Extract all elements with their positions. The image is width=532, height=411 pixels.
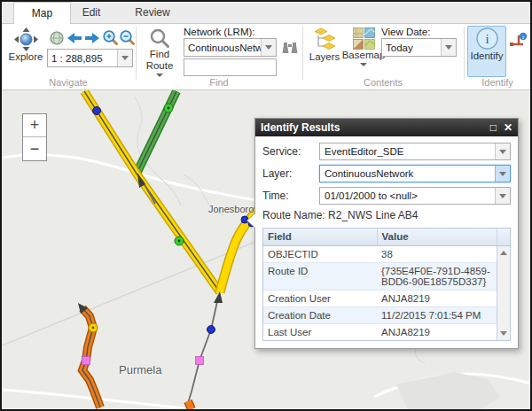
marker-blue-dot[interactable] — [207, 326, 215, 334]
route-green[interactable] — [137, 91, 176, 174]
globe-icon — [50, 31, 64, 45]
marker-green-dot[interactable] — [164, 104, 173, 112]
view-date-combobox[interactable]: Today — [381, 38, 457, 57]
group-separator — [302, 27, 303, 80]
map-label-purmela: Purmela — [119, 363, 161, 376]
zoom-in-tool-button[interactable] — [101, 28, 118, 45]
chevron-down-icon — [121, 56, 129, 60]
next-extent-button[interactable] — [83, 29, 100, 46]
route-gray[interactable] — [188, 291, 223, 409]
chevron-down-icon — [499, 150, 506, 154]
previous-extent-button[interactable] — [66, 29, 82, 46]
close-icon[interactable]: ✕ — [504, 119, 512, 136]
identify-results-title: Identify Results — [261, 121, 483, 134]
find-route-magnifier-icon — [149, 27, 170, 49]
svg-text:i: i — [522, 34, 524, 41]
scroll-down-icon[interactable] — [497, 328, 510, 339]
table-row[interactable]: OBJECTID 38 — [263, 245, 510, 262]
scale-dropdown-button[interactable] — [117, 50, 132, 66]
network-dropdown-button[interactable] — [261, 39, 276, 56]
table-row[interactable]: Creation Date 11/2/2015 7:01:54 PM — [263, 306, 510, 323]
layer-dropdown-button[interactable] — [495, 166, 510, 182]
table-scrollbar[interactable] — [497, 246, 510, 340]
network-combobox[interactable]: ContinuousNetwork — [184, 38, 277, 57]
scroll-up-icon[interactable] — [497, 247, 510, 259]
layers-button[interactable]: Layers — [307, 27, 342, 76]
chevron-down-icon — [499, 172, 506, 176]
identify-results-panel: Identify Results □ ✕ Service: EventEdito… — [254, 118, 519, 349]
identify-route-icon: i — [509, 32, 528, 50]
marker-green-dot[interactable] — [175, 237, 184, 245]
map-zoom-in-button[interactable]: + — [23, 114, 46, 137]
full-extent-button[interactable] — [48, 29, 65, 46]
field-column-header[interactable]: Field — [263, 229, 377, 245]
time-dropdown-button[interactable] — [495, 188, 510, 204]
route-yellow[interactable] — [84, 91, 220, 292]
chevron-down-icon — [265, 45, 272, 50]
route-name-value: R2_NWS Line AB4 — [328, 209, 418, 221]
table-row[interactable]: Last User ANJA8219 — [263, 323, 510, 340]
marker-blue-dot[interactable] — [93, 107, 101, 115]
attribute-table: Field Value OBJECTID 38 Route ID — [262, 228, 511, 341]
maximize-icon[interactable]: □ — [490, 119, 497, 136]
binoculars-icon — [281, 41, 299, 55]
layers-icon — [312, 27, 337, 51]
route-input[interactable] — [184, 58, 277, 76]
find-group-label: Find — [137, 77, 301, 88]
explore-button[interactable]: Explore — [5, 27, 46, 74]
basemap-railroad — [2, 226, 294, 345]
map-canvas[interactable]: Jonesboro Purmela + − Identify Results □… — [2, 90, 530, 409]
service-combobox[interactable]: EventEditor_SDE — [319, 143, 511, 160]
forward-arrow-icon — [84, 32, 100, 44]
tab-map[interactable]: Map — [13, 2, 71, 25]
basemap-area — [396, 372, 500, 409]
scale-combobox[interactable]: 1 : 288,895 — [47, 49, 133, 67]
network-lrm-label: Network (LRM): — [184, 27, 255, 37]
table-row[interactable]: Creation User ANJA8219 — [263, 290, 510, 306]
marker-yellow-dot[interactable] — [89, 323, 98, 332]
app-window: Map Edit Review Explore — [0, 0, 532, 411]
view-date-dropdown-button[interactable] — [441, 39, 456, 56]
service-dropdown-button[interactable] — [495, 143, 510, 159]
group-separator — [136, 27, 137, 80]
svg-text:i: i — [485, 32, 489, 46]
marker-pink-square[interactable] — [196, 357, 204, 365]
view-date-label: View Date: — [381, 27, 430, 37]
zoom-out-magnifier-icon — [119, 29, 135, 45]
identify-route-button[interactable]: i — [508, 31, 528, 50]
service-label: Service: — [262, 145, 319, 158]
chevron-down-icon — [360, 63, 367, 66]
identify-group-label: Identify — [465, 77, 530, 88]
chevron-down-icon — [499, 194, 506, 198]
back-arrow-icon — [66, 32, 82, 44]
group-separator — [464, 27, 465, 80]
basemap-creek — [135, 97, 181, 206]
chevron-down-icon — [445, 45, 452, 50]
table-header-row: Field Value — [263, 229, 510, 245]
zoom-in-magnifier-icon — [102, 29, 118, 45]
marker-pink-square[interactable] — [82, 357, 90, 365]
basemap-icon — [353, 27, 375, 50]
route-orange[interactable] — [78, 303, 100, 407]
value-column-header[interactable]: Value — [377, 229, 497, 245]
tab-review[interactable]: Review — [124, 2, 181, 24]
time-label: Time: — [262, 190, 319, 202]
ribbon-tabbar: Map Edit Review — [2, 2, 530, 24]
map-zoom-control: + − — [22, 113, 47, 161]
route-name-row: Route Name: R2_NWS Line AB4 — [262, 209, 511, 221]
tab-edit[interactable]: Edit — [69, 2, 113, 24]
identify-icon: i — [475, 27, 499, 50]
layer-combobox[interactable]: ContinuousNetwork — [319, 165, 511, 182]
navigate-group-label: Navigate — [2, 77, 135, 88]
time-combobox[interactable]: 01/01/2000 to <null> — [319, 187, 511, 205]
zoom-out-tool-button[interactable] — [118, 28, 135, 45]
explore-icon — [14, 27, 38, 51]
identify-results-titlebar[interactable]: Identify Results □ ✕ — [255, 119, 518, 136]
layer-label: Layer: — [262, 167, 319, 180]
identify-button[interactable]: i Identify — [467, 26, 506, 77]
contents-group-label: Contents — [303, 77, 463, 88]
search-route-button[interactable] — [280, 39, 300, 56]
ribbon-toolbar: Explore — [2, 24, 530, 90]
table-row[interactable]: Route ID {735E4F0E-791D-4859-BDD6-90E185… — [263, 262, 510, 290]
map-zoom-out-button[interactable]: − — [23, 137, 46, 160]
